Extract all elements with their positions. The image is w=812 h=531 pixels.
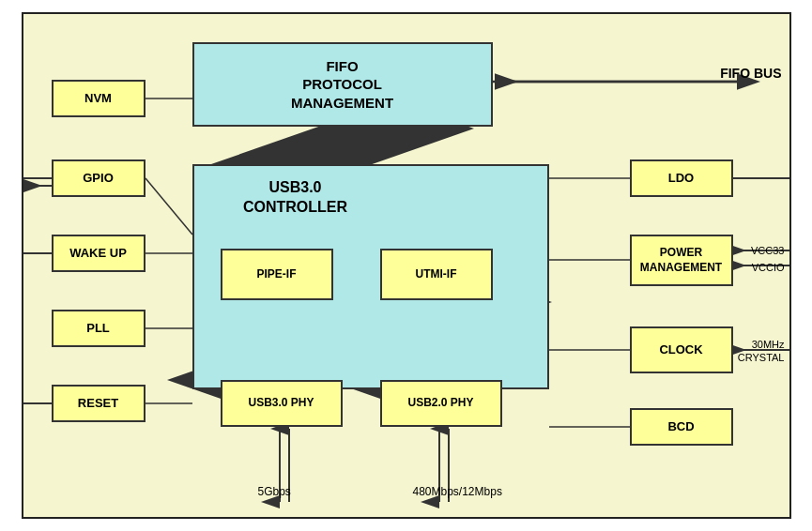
label-480mbps: 480Mbps/12Mbps (413, 485, 502, 498)
svg-line-22 (146, 178, 192, 235)
bcd-block: BCD (630, 408, 733, 446)
utmi-if-block: UTMI-IF (380, 249, 493, 300)
pipe-if-block: PIPE-IF (221, 249, 333, 300)
label-vcc33: VCC33 (751, 245, 784, 256)
nvm-block: NVM (52, 80, 146, 117)
power-block: POWER MANAGEMENT (630, 235, 733, 286)
clock-block: CLOCK (630, 326, 733, 373)
label-crystal: 30MHzCRYSTAL (738, 338, 785, 365)
wakeup-block: WAKE UP (52, 235, 146, 272)
diagram-container: FIFO PROTOCOL MANAGEMENT USB3.0 CONTROLL… (22, 12, 791, 519)
fifo-block: FIFO PROTOCOL MANAGEMENT (192, 42, 493, 127)
reset-block: RESET (52, 385, 146, 422)
gpio-block: GPIO (52, 159, 146, 197)
fifo-bus-label: FIFO BUS (720, 66, 781, 81)
usb2phy-block: USB2.0 PHY (380, 380, 502, 427)
usb3phy-block: USB3.0 PHY (221, 380, 343, 427)
ldo-block: LDO (630, 159, 733, 197)
label-5gbps: 5Gbps (258, 485, 291, 498)
pll-block: PLL (52, 310, 146, 347)
label-vccio: VCCIO (752, 262, 785, 273)
